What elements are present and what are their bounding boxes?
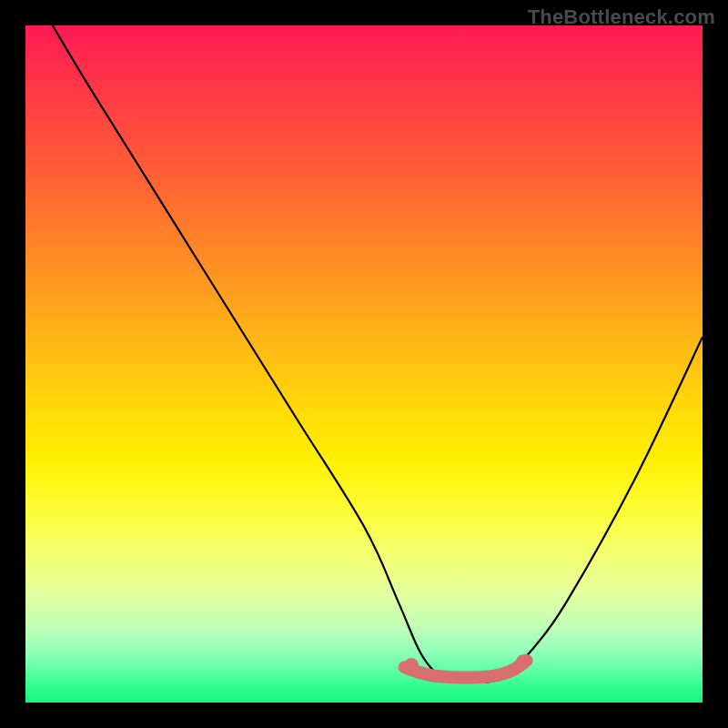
bottom-highlight — [405, 661, 527, 678]
frame: TheBottleneck.com — [0, 0, 728, 728]
bottleneck-curve — [53, 25, 703, 682]
dot-1 — [404, 658, 419, 672]
plot-area — [25, 25, 703, 703]
dot-2 — [516, 654, 531, 669]
chart-svg — [25, 25, 703, 703]
